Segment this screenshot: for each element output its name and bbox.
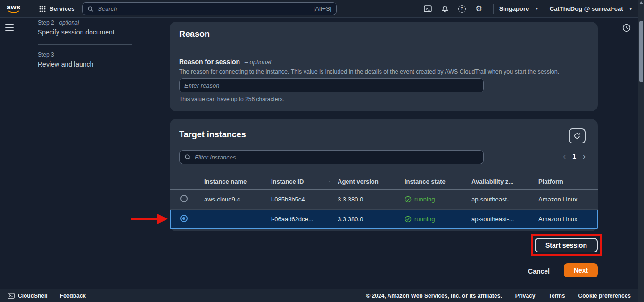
global-search[interactable]: [Alt+S] <box>82 2 337 15</box>
pagination-next-icon[interactable] <box>583 152 586 160</box>
terms-link[interactable]: Terms <box>548 293 565 299</box>
caret-down-icon <box>629 7 632 11</box>
filter-instances-field[interactable] <box>179 150 484 164</box>
column-header: Platform <box>530 178 598 185</box>
instance-id: i-085b8b5c4... <box>263 196 329 203</box>
clock-panel-button[interactable] <box>622 24 631 34</box>
aws-smile-icon <box>8 10 20 14</box>
console-footer: CloudShell Feedback © 2024, Amazon Web S… <box>0 289 638 302</box>
availability-zone: ap-southeast-... <box>463 196 530 203</box>
copyright-text: © 2024, Amazon Web Services, Inc. or its… <box>366 293 502 299</box>
privacy-link[interactable]: Privacy <box>515 293 536 299</box>
grid-icon <box>39 6 46 12</box>
reason-field-optional: – optional <box>245 59 271 66</box>
reason-panel-title: Reason <box>179 29 210 39</box>
check-circle-icon <box>405 196 412 203</box>
instance-state: running <box>405 216 463 223</box>
cloudshell-button[interactable] <box>420 0 437 18</box>
cloudshell-terminal-icon <box>424 5 432 13</box>
topnav-divider <box>33 4 33 14</box>
step-title: Review and launch <box>38 60 132 68</box>
check-circle-icon <box>405 216 412 223</box>
reason-input[interactable] <box>179 78 484 92</box>
table-row[interactable]: aws-cloud9-c... i-085b8b5c4... 3.3.380.0… <box>170 190 598 210</box>
table-header-row: Instance name Instance ID Agent version … <box>170 174 598 190</box>
feedback-button[interactable]: Feedback <box>60 293 86 299</box>
reason-field-label: Reason for session <box>179 58 240 66</box>
wizard-step-3[interactable]: Step 3 Review and launch <box>38 51 132 68</box>
cloudshell-label: CloudShell <box>18 293 48 299</box>
pagination-prev-icon[interactable] <box>563 152 566 160</box>
region-label: Singapore <box>499 5 529 12</box>
column-header: Availability z... <box>463 178 530 185</box>
platform: Amazon Linux <box>530 196 598 203</box>
cancel-button[interactable]: Cancel <box>519 265 559 278</box>
step-number: Step 3 <box>38 51 54 58</box>
pagination-page-number[interactable]: 1 <box>572 152 576 160</box>
target-instances-title: Target instances <box>179 130 246 140</box>
column-header: Instance name <box>196 178 263 185</box>
services-label: Services <box>50 5 75 12</box>
availability-zone: ap-southeast-... <box>463 216 530 223</box>
question-icon: ? <box>458 5 466 13</box>
instance-state: running <box>405 196 463 203</box>
wizard-steps: Step 2 - optional Specify session docume… <box>38 18 132 68</box>
wizard-step-2[interactable]: Step 2 - optional Specify session docume… <box>38 19 132 36</box>
instance-id: i-06aad62dce... <box>263 216 329 223</box>
bell-icon <box>441 5 449 13</box>
cookie-preferences-link[interactable]: Cookie preferences <box>578 293 631 299</box>
topnav-divider <box>544 4 544 14</box>
scroll-up-arrow-icon[interactable] <box>639 1 643 4</box>
step-title: Specify session document <box>38 28 132 36</box>
search-input[interactable] <box>98 5 309 12</box>
services-menu[interactable]: Services <box>39 5 75 12</box>
account-label: CatTheDog @ surreal-cat <box>550 5 623 12</box>
region-selector[interactable]: Singapore <box>499 5 538 12</box>
vertical-scrollbar[interactable] <box>638 0 644 302</box>
clock-icon <box>622 24 631 32</box>
refresh-icon <box>573 132 581 140</box>
menu-hamburger-icon[interactable] <box>5 24 14 31</box>
instances-table: Instance name Instance ID Agent version … <box>170 174 598 229</box>
cloudshell-terminal-icon <box>8 292 15 299</box>
help-button[interactable]: ? <box>454 0 471 18</box>
start-session-button[interactable]: Start session <box>535 238 598 252</box>
instance-state-label: running <box>414 216 435 223</box>
refresh-button[interactable] <box>569 128 586 143</box>
notifications-button[interactable] <box>437 0 454 18</box>
footer-cloudshell-button[interactable]: CloudShell <box>8 292 48 299</box>
filter-instances-input[interactable] <box>195 154 479 161</box>
scrollbar-thumb[interactable] <box>639 21 643 82</box>
agent-version: 3.3.380.0 <box>329 216 396 223</box>
panel-divider <box>170 47 598 47</box>
instance-name: aws-cloud9-c... <box>196 196 263 203</box>
steps-divider <box>38 44 132 45</box>
caret-down-icon <box>536 7 538 11</box>
search-icon <box>87 6 94 12</box>
feedback-label: Feedback <box>60 293 86 299</box>
aws-logo[interactable]: aws <box>7 4 21 14</box>
gear-icon: ⚙ <box>475 5 482 13</box>
target-instances-panel: Target instances 1 Instance name Instanc… <box>170 119 598 231</box>
step-number: Step 2 <box>38 19 54 26</box>
search-icon <box>184 154 191 160</box>
instance-radio-selected[interactable] <box>180 215 188 222</box>
agent-version: 3.3.380.0 <box>329 196 396 203</box>
column-header: Agent version <box>329 178 396 185</box>
reason-field-description: The reason for connecting to the instanc… <box>179 68 594 75</box>
step-optional-suffix: - optional <box>56 19 79 26</box>
reason-panel: Reason Reason for session – optional The… <box>170 22 598 111</box>
account-menu[interactable]: CatTheDog @ surreal-cat <box>550 5 632 12</box>
column-header: Instance ID <box>263 178 329 185</box>
annotation-arrow <box>129 212 170 226</box>
instance-state-label: running <box>414 196 435 203</box>
next-button[interactable]: Next <box>564 263 598 277</box>
instance-radio[interactable] <box>180 195 188 202</box>
table-row-selected[interactable]: i-06aad62dce... 3.3.380.0 running ap-sou… <box>170 210 598 229</box>
reason-constraint-text: This value can have up to 256 characters… <box>179 96 284 102</box>
settings-button[interactable]: ⚙ <box>471 0 487 18</box>
aws-logo-text: aws <box>7 4 21 10</box>
pagination: 1 <box>563 152 586 160</box>
column-header: Instance state <box>396 178 463 185</box>
top-navigation: aws Services [Alt+S] ? ⚙ Singapore CatTh… <box>0 0 638 18</box>
